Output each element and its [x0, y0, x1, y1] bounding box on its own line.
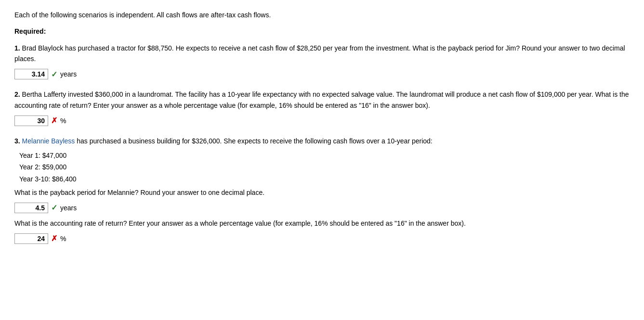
question-3a-correct-icon: ✓ [51, 202, 57, 214]
question-1-number: 1. [14, 44, 20, 52]
question-3b-unit: % [60, 233, 66, 244]
cashflow-year1: Year 1: $47,000 [19, 150, 630, 161]
question-2: 2. Bertha Lafferty invested $360,000 in … [14, 89, 630, 127]
question-3b-input[interactable] [14, 233, 48, 244]
question-3a-unit: years [60, 203, 77, 213]
question-2-incorrect-icon: ✗ [51, 115, 57, 127]
intro-text: Each of the following scenarios is indep… [14, 10, 630, 20]
question-1-body: Brad Blaylock has purchased a tractor fo… [14, 44, 625, 63]
question-3a-answer-row: ✓ years [14, 202, 630, 214]
question-1-input[interactable] [14, 69, 48, 79]
question-3a-text: What is the payback period for Melannie?… [14, 187, 630, 198]
question-2-number: 2. [14, 90, 20, 98]
question-1-unit: years [60, 69, 77, 79]
question-1: 1. Brad Blaylock has purchased a tractor… [14, 43, 630, 80]
question-1-answer-row: ✓ years [14, 68, 630, 81]
question-3-text: 3. Melannie Bayless has purchased a busi… [14, 136, 630, 146]
question-3-body: Melannie Bayless has purchased a busines… [22, 137, 433, 145]
question-1-correct-icon: ✓ [51, 68, 57, 81]
question-3-number: 3. [14, 137, 20, 145]
question-2-unit: % [60, 115, 66, 126]
cashflow-year3-10: Year 3-10: $86,400 [19, 174, 630, 184]
question-1-text: 1. Brad Blaylock has purchased a tractor… [14, 43, 630, 64]
question-3-cashflows: Year 1: $47,000 Year 2: $59,000 Year 3-1… [19, 150, 630, 184]
required-label: Required: [14, 26, 630, 37]
question-2-text: 2. Bertha Lafferty invested $360,000 in … [14, 89, 630, 111]
question-3a-input[interactable] [14, 203, 48, 213]
question-3: 3. Melannie Bayless has purchased a busi… [14, 136, 630, 245]
question-3b-text: What is the accounting rate of return? E… [14, 218, 630, 229]
question-2-answer-row: ✗ % [14, 115, 630, 127]
cashflow-year2: Year 2: $59,000 [19, 162, 630, 172]
question-2-input[interactable] [14, 115, 48, 126]
question-2-body: Bertha Lafferty invested $360,000 in a l… [14, 90, 629, 109]
question-3b-incorrect-icon: ✗ [51, 232, 57, 245]
question-3b-answer-row: ✗ % [14, 232, 630, 245]
